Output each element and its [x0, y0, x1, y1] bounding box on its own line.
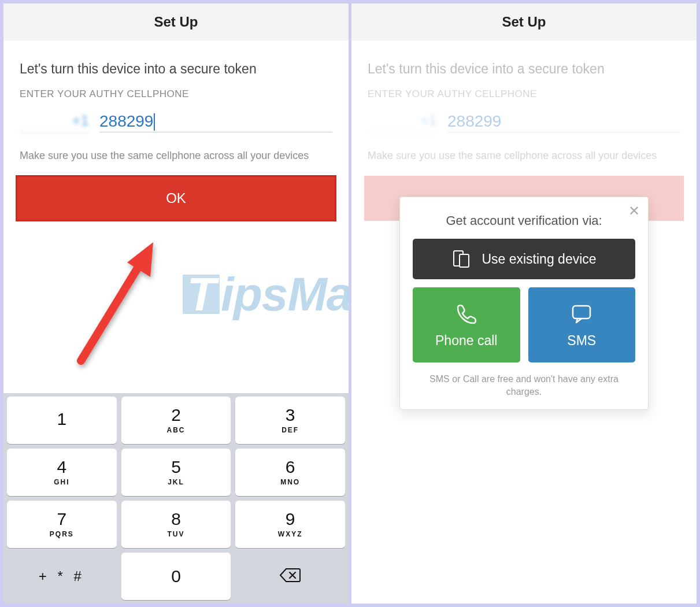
sms-button[interactable]: SMS — [528, 287, 636, 362]
keypad-key-symbols[interactable]: + * # — [7, 553, 117, 600]
svg-line-0 — [81, 257, 145, 361]
devices-icon — [451, 249, 471, 269]
sms-label: SMS — [567, 333, 596, 349]
screenshot-right: Set Up Let's turn this device into a sec… — [351, 3, 697, 604]
use-existing-device-label: Use existing device — [482, 251, 596, 267]
keypad-key-7[interactable]: 7 PQRS — [7, 501, 117, 548]
cellphone-value: 288299 — [447, 112, 501, 130]
keypad-key-6[interactable]: 6 MNO — [235, 449, 345, 496]
numeric-keypad: 1 2 ABC 3 DEF 4 GHI 5 JKL 6 MNO 7 PQRS 8 — [3, 393, 349, 604]
keypad-key-9[interactable]: 9 WXYZ — [235, 501, 345, 548]
annotation-arrow-icon — [58, 234, 173, 372]
phone-input-row: +1 288299 — [351, 109, 697, 137]
phone-icon — [454, 302, 479, 326]
helper-text: Make sure you use the same cellphone acr… — [351, 137, 697, 162]
phone-call-button[interactable]: Phone call — [413, 287, 520, 362]
keypad-key-1[interactable]: 1 — [7, 397, 117, 444]
sms-icon — [569, 302, 594, 326]
phone-field-label: ENTER YOUR AUTHY CELLPHONE — [351, 88, 697, 109]
keypad-key-4[interactable]: 4 GHI — [7, 449, 117, 496]
intro-text: Let's turn this device into a secure tok… — [351, 40, 697, 88]
page-title: Set Up — [351, 3, 697, 40]
cellphone-input[interactable]: 288299 — [447, 112, 680, 132]
phone-field-label: ENTER YOUR AUTHY CELLPHONE — [3, 88, 349, 109]
phone-input-row: +1 288299 — [3, 109, 349, 137]
keypad-key-backspace[interactable] — [235, 553, 345, 600]
page-title: Set Up — [3, 3, 349, 40]
keypad-key-8[interactable]: 8 TUV — [121, 501, 231, 548]
cellphone-input[interactable]: 288299 — [99, 112, 332, 132]
keypad-key-5[interactable]: 5 JKL — [121, 449, 231, 496]
screenshot-left: Set Up Let's turn this device into a sec… — [3, 3, 349, 604]
keypad-key-0[interactable]: 0 — [121, 553, 231, 600]
country-code-input[interactable]: +1 — [368, 109, 437, 132]
ok-button-label: OK — [166, 190, 186, 206]
modal-title: Get account verification via: — [413, 210, 635, 228]
cellphone-value: 288299 — [99, 112, 153, 130]
svg-rect-4 — [573, 306, 590, 319]
country-code-input[interactable]: +1 — [20, 109, 89, 132]
close-icon[interactable]: ✕ — [628, 203, 640, 219]
helper-text: Make sure you use the same cellphone acr… — [3, 137, 349, 162]
svg-rect-3 — [460, 254, 469, 267]
verification-modal: ✕ Get account verification via: Use exis… — [399, 197, 649, 410]
backspace-icon — [280, 568, 301, 585]
use-existing-device-button[interactable]: Use existing device — [413, 239, 635, 279]
phone-call-label: Phone call — [435, 333, 497, 349]
keypad-key-3[interactable]: 3 DEF — [235, 397, 345, 444]
keypad-key-2[interactable]: 2 ABC — [121, 397, 231, 444]
watermark-text: TipsMake.com — [183, 267, 349, 321]
intro-text: Let's turn this device into a secure tok… — [3, 40, 349, 88]
modal-footnote: SMS or Call are free and won't have any … — [413, 373, 635, 399]
ok-button[interactable]: OK — [16, 176, 336, 221]
svg-marker-1 — [127, 242, 153, 277]
